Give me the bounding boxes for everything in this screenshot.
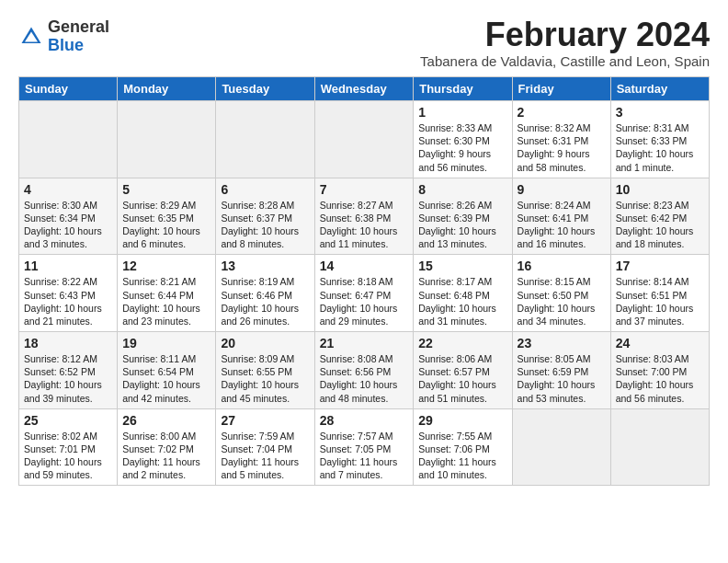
calendar-table: SundayMondayTuesdayWednesdayThursdayFrid… bbox=[18, 76, 710, 486]
day-number: 25 bbox=[24, 413, 112, 428]
calendar-cell: 17Sunrise: 8:14 AM Sunset: 6:51 PM Dayli… bbox=[610, 255, 709, 332]
cell-content: Sunrise: 8:18 AM Sunset: 6:47 PM Dayligh… bbox=[320, 275, 409, 327]
calendar-cell: 2Sunrise: 8:32 AM Sunset: 6:31 PM Daylig… bbox=[512, 101, 610, 178]
cell-content: Sunrise: 8:00 AM Sunset: 7:02 PM Dayligh… bbox=[122, 430, 210, 482]
cell-content: Sunrise: 8:06 AM Sunset: 6:57 PM Dayligh… bbox=[418, 352, 506, 405]
day-number: 28 bbox=[320, 413, 409, 428]
cell-content: Sunrise: 7:57 AM Sunset: 7:05 PM Dayligh… bbox=[320, 430, 409, 482]
header-tuesday: Tuesday bbox=[216, 77, 314, 101]
cell-content: Sunrise: 8:21 AM Sunset: 6:44 PM Dayligh… bbox=[122, 275, 210, 327]
day-number: 4 bbox=[24, 182, 112, 197]
calendar-cell bbox=[118, 101, 216, 178]
calendar-cell: 21Sunrise: 8:08 AM Sunset: 6:56 PM Dayli… bbox=[314, 332, 414, 409]
day-number: 23 bbox=[518, 336, 606, 350]
calendar-cell: 24Sunrise: 8:03 AM Sunset: 7:00 PM Dayli… bbox=[610, 332, 709, 409]
cell-content: Sunrise: 8:30 AM Sunset: 6:34 PM Dayligh… bbox=[24, 199, 112, 251]
cell-content: Sunrise: 7:59 AM Sunset: 7:04 PM Dayligh… bbox=[221, 430, 309, 482]
day-number: 11 bbox=[24, 259, 112, 273]
logo-icon bbox=[18, 24, 44, 50]
calendar-week-row: 4Sunrise: 8:30 AM Sunset: 6:34 PM Daylig… bbox=[19, 178, 710, 255]
cell-content: Sunrise: 8:14 AM Sunset: 6:51 PM Dayligh… bbox=[616, 275, 704, 327]
cell-content: Sunrise: 8:32 AM Sunset: 6:31 PM Dayligh… bbox=[518, 121, 606, 174]
calendar-cell: 1Sunrise: 8:33 AM Sunset: 6:30 PM Daylig… bbox=[414, 101, 512, 178]
cell-content: Sunrise: 8:27 AM Sunset: 6:38 PM Dayligh… bbox=[320, 199, 409, 251]
calendar-cell: 29Sunrise: 7:55 AM Sunset: 7:06 PM Dayli… bbox=[414, 408, 512, 486]
calendar-cell: 19Sunrise: 8:11 AM Sunset: 6:54 PM Dayli… bbox=[118, 332, 216, 409]
cell-content: Sunrise: 8:19 AM Sunset: 6:46 PM Dayligh… bbox=[221, 275, 309, 327]
calendar-cell: 3Sunrise: 8:31 AM Sunset: 6:33 PM Daylig… bbox=[610, 101, 709, 178]
day-number: 3 bbox=[616, 105, 704, 120]
calendar-cell: 7Sunrise: 8:27 AM Sunset: 6:38 PM Daylig… bbox=[314, 178, 414, 255]
calendar-cell: 14Sunrise: 8:18 AM Sunset: 6:47 PM Dayli… bbox=[314, 255, 414, 332]
calendar-cell bbox=[19, 101, 118, 178]
day-number: 9 bbox=[518, 182, 606, 197]
calendar-cell: 27Sunrise: 7:59 AM Sunset: 7:04 PM Dayli… bbox=[216, 408, 314, 486]
header-wednesday: Wednesday bbox=[314, 77, 414, 101]
header-saturday: Saturday bbox=[610, 77, 709, 101]
calendar-cell: 26Sunrise: 8:00 AM Sunset: 7:02 PM Dayli… bbox=[118, 408, 216, 486]
logo-blue: Blue bbox=[48, 37, 109, 55]
calendar-cell: 10Sunrise: 8:23 AM Sunset: 6:42 PM Dayli… bbox=[610, 178, 709, 255]
calendar-cell: 5Sunrise: 8:29 AM Sunset: 6:35 PM Daylig… bbox=[118, 178, 216, 255]
cell-content: Sunrise: 8:08 AM Sunset: 6:56 PM Dayligh… bbox=[320, 352, 409, 405]
cell-content: Sunrise: 8:31 AM Sunset: 6:33 PM Dayligh… bbox=[616, 121, 704, 174]
calendar-cell bbox=[610, 408, 709, 486]
header-monday: Monday bbox=[118, 77, 216, 101]
day-number: 29 bbox=[418, 413, 506, 428]
cell-content: Sunrise: 8:02 AM Sunset: 7:01 PM Dayligh… bbox=[24, 430, 112, 482]
calendar-cell: 8Sunrise: 8:26 AM Sunset: 6:39 PM Daylig… bbox=[414, 178, 512, 255]
cell-content: Sunrise: 8:03 AM Sunset: 7:00 PM Dayligh… bbox=[616, 352, 704, 405]
day-number: 8 bbox=[418, 182, 506, 197]
day-number: 17 bbox=[616, 259, 704, 273]
calendar-cell: 20Sunrise: 8:09 AM Sunset: 6:55 PM Dayli… bbox=[216, 332, 314, 409]
logo: General Blue bbox=[18, 18, 109, 55]
calendar-cell: 9Sunrise: 8:24 AM Sunset: 6:41 PM Daylig… bbox=[512, 178, 610, 255]
cell-content: Sunrise: 8:15 AM Sunset: 6:50 PM Dayligh… bbox=[518, 275, 606, 327]
calendar-cell: 6Sunrise: 8:28 AM Sunset: 6:37 PM Daylig… bbox=[216, 178, 314, 255]
calendar-cell: 4Sunrise: 8:30 AM Sunset: 6:34 PM Daylig… bbox=[19, 178, 118, 255]
title-block: February 2024 Tabanera de Valdavia, Cast… bbox=[420, 18, 710, 69]
calendar-header-row: SundayMondayTuesdayWednesdayThursdayFrid… bbox=[19, 77, 710, 101]
calendar-cell: 28Sunrise: 7:57 AM Sunset: 7:05 PM Dayli… bbox=[314, 408, 414, 486]
page-header: General Blue February 2024 Tabanera de V… bbox=[18, 18, 710, 69]
calendar-cell: 16Sunrise: 8:15 AM Sunset: 6:50 PM Dayli… bbox=[512, 255, 610, 332]
day-number: 10 bbox=[616, 182, 704, 197]
day-number: 27 bbox=[221, 413, 309, 428]
day-number: 1 bbox=[418, 105, 506, 120]
calendar-cell: 15Sunrise: 8:17 AM Sunset: 6:48 PM Dayli… bbox=[414, 255, 512, 332]
calendar-week-row: 25Sunrise: 8:02 AM Sunset: 7:01 PM Dayli… bbox=[19, 408, 710, 486]
cell-content: Sunrise: 7:55 AM Sunset: 7:06 PM Dayligh… bbox=[418, 430, 506, 482]
day-number: 2 bbox=[518, 105, 606, 120]
cell-content: Sunrise: 8:24 AM Sunset: 6:41 PM Dayligh… bbox=[518, 199, 606, 251]
logo-general: General bbox=[48, 18, 109, 37]
calendar-cell: 23Sunrise: 8:05 AM Sunset: 6:59 PM Dayli… bbox=[512, 332, 610, 409]
header-friday: Friday bbox=[512, 77, 610, 101]
day-number: 18 bbox=[24, 336, 112, 350]
day-number: 14 bbox=[320, 259, 409, 273]
logo-text: General Blue bbox=[48, 18, 109, 55]
location-title: Tabanera de Valdavia, Castille and Leon,… bbox=[420, 53, 710, 69]
month-title: February 2024 bbox=[420, 18, 710, 52]
day-number: 24 bbox=[616, 336, 704, 350]
calendar-cell: 22Sunrise: 8:06 AM Sunset: 6:57 PM Dayli… bbox=[414, 332, 512, 409]
calendar-week-row: 18Sunrise: 8:12 AM Sunset: 6:52 PM Dayli… bbox=[19, 332, 710, 409]
day-number: 12 bbox=[122, 259, 210, 273]
day-number: 15 bbox=[418, 259, 506, 273]
day-number: 7 bbox=[320, 182, 409, 197]
calendar-cell bbox=[216, 101, 314, 178]
cell-content: Sunrise: 8:29 AM Sunset: 6:35 PM Dayligh… bbox=[122, 199, 210, 251]
day-number: 19 bbox=[122, 336, 210, 350]
cell-content: Sunrise: 8:17 AM Sunset: 6:48 PM Dayligh… bbox=[418, 275, 506, 327]
cell-content: Sunrise: 8:05 AM Sunset: 6:59 PM Dayligh… bbox=[518, 352, 606, 405]
day-number: 22 bbox=[418, 336, 506, 350]
day-number: 6 bbox=[221, 182, 309, 197]
calendar-cell: 12Sunrise: 8:21 AM Sunset: 6:44 PM Dayli… bbox=[118, 255, 216, 332]
calendar-week-row: 1Sunrise: 8:33 AM Sunset: 6:30 PM Daylig… bbox=[19, 101, 710, 178]
calendar-cell bbox=[314, 101, 414, 178]
day-number: 13 bbox=[221, 259, 309, 273]
day-number: 5 bbox=[122, 182, 210, 197]
calendar-week-row: 11Sunrise: 8:22 AM Sunset: 6:43 PM Dayli… bbox=[19, 255, 710, 332]
calendar-cell: 18Sunrise: 8:12 AM Sunset: 6:52 PM Dayli… bbox=[19, 332, 118, 409]
day-number: 16 bbox=[518, 259, 606, 273]
cell-content: Sunrise: 8:09 AM Sunset: 6:55 PM Dayligh… bbox=[221, 352, 309, 405]
